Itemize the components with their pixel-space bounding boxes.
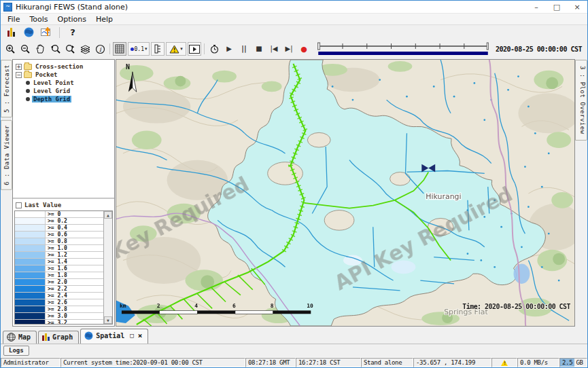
menu-file[interactable]: File [3, 14, 24, 24]
pause-button[interactable]: || [237, 42, 251, 56]
pause-glyph: || [241, 45, 246, 52]
menu-options[interactable]: Options [53, 14, 91, 24]
menu-tools[interactable]: Tools [24, 14, 52, 24]
legend-row[interactable]: >= 1.4 [15, 259, 103, 265]
pan-icon[interactable] [33, 42, 47, 56]
timeline-span-bar [318, 52, 488, 55]
tab-map[interactable]: Map [3, 331, 37, 344]
info-icon[interactable]: i [93, 42, 107, 56]
timeline-handle[interactable] [317, 43, 319, 50]
tab-close-icon[interactable]: × [138, 331, 143, 340]
reports-icon[interactable] [5, 26, 17, 39]
tab-graph[interactable]: Graph [38, 331, 79, 344]
legend-row[interactable]: >= 2.2 [15, 286, 103, 293]
minimize-button[interactable]: – [526, 1, 547, 13]
tree-node-level-point[interactable]: Level Point [25, 79, 113, 87]
legend-rows: >= 0>= 0.2>= 0.4>= 0.6>= 0.8>= 1.0>= 1.2… [15, 211, 103, 324]
right-tab-strip: 3 : Plot Overview [575, 58, 587, 327]
legend-row[interactable]: >= 0 [15, 211, 103, 218]
legend-row-label: >= 0.8 [46, 238, 103, 244]
scroll-up-icon[interactable]: ▲ [104, 211, 112, 219]
svg-text:6: 6 [232, 303, 236, 309]
legend-row[interactable]: >= 2.4 [15, 293, 103, 299]
window-controls: – □ × [526, 1, 587, 13]
stop-button[interactable]: ■ [252, 42, 266, 56]
legend-row[interactable]: >= 1.6 [15, 265, 103, 272]
status-warning[interactable] [491, 358, 517, 367]
tree-node-depth-grid[interactable]: Depth Grid [25, 95, 113, 103]
movie-player-icon[interactable] [188, 42, 201, 56]
legend-row[interactable]: >= 3.2 [15, 320, 103, 324]
zoom-next-icon[interactable] [63, 42, 77, 56]
tree-node-pocket[interactable]: − Pocket [16, 71, 113, 79]
globe-glyph [24, 27, 34, 37]
legend-row[interactable]: >= 0.8 [15, 238, 103, 245]
legend-row[interactable]: >= 2.0 [15, 279, 103, 286]
legend-row[interactable]: >= 1.0 [15, 245, 103, 252]
legend-row[interactable]: >= 2.6 [15, 299, 103, 306]
svg-text:8: 8 [271, 303, 274, 309]
help-icon[interactable]: ? [67, 26, 79, 39]
legend-row-label: >= 2.0 [46, 279, 103, 285]
last-value-checkbox[interactable] [16, 202, 22, 208]
map-canvas[interactable]: API Key Required API Key Required Hikura… [116, 60, 574, 326]
spatial-globe-icon [84, 331, 93, 340]
zoom-out-icon[interactable] [18, 42, 32, 56]
main-toolbar: ? [1, 24, 587, 39]
left-panel: + Cross-section − Pocket Level Point [12, 59, 115, 327]
app-window: ~ Hikurangi FEWS (Stand alone) – □ × Fil… [0, 0, 588, 368]
tab-plot-overview[interactable]: 3 : Plot Overview [575, 60, 587, 141]
tree-node-label-selected[interactable]: Depth Grid [32, 96, 71, 103]
legend-row[interactable]: >= 1.2 [15, 252, 103, 259]
thresholds-warning-dropdown[interactable]: ! ▾ [166, 42, 186, 56]
map-viewport[interactable]: API Key Required API Key Required Hikura… [116, 59, 575, 327]
menu-help[interactable]: Help [91, 14, 118, 24]
timeline-slider[interactable] [316, 41, 490, 56]
zoom-previous-icon[interactable] [48, 42, 62, 56]
legend-row[interactable]: >= 3.0 [15, 313, 103, 320]
tree-node-label[interactable]: Cross-section [34, 63, 84, 70]
legend-color-swatch [15, 259, 46, 265]
tree-node-label[interactable]: Pocket [34, 71, 59, 78]
tab-spatial[interactable]: Spatial □ × [80, 329, 148, 344]
scroll-down-icon[interactable]: ▼ [104, 316, 112, 324]
tree-node-level-grid[interactable]: Level Grid [25, 87, 113, 95]
legend-color-swatch [15, 286, 46, 292]
legend-row[interactable]: >= 0.6 [15, 232, 103, 238]
collapse-icon[interactable]: − [16, 72, 22, 78]
grid-display-icon[interactable] [113, 42, 126, 56]
maximize-button[interactable]: □ [547, 1, 567, 13]
svg-text:4: 4 [194, 303, 198, 309]
timeseries-icon[interactable] [40, 26, 52, 39]
legend-row[interactable]: >= 2.8 [15, 306, 103, 313]
bullet-icon [26, 81, 30, 85]
play-button[interactable]: ▶ [222, 42, 236, 56]
title-bar[interactable]: ~ Hikurangi FEWS (Stand alone) – □ × [1, 1, 587, 13]
tab-data-viewer[interactable]: 6 : Data Viewer [1, 120, 12, 190]
legend-row[interactable]: >= 1.8 [15, 272, 103, 279]
legend-row-label: >= 3.2 [46, 320, 103, 324]
legend-row[interactable]: >= 0.2 [15, 218, 103, 225]
spatial-display-icon[interactable] [22, 26, 35, 39]
last-frame-button[interactable]: ▶| [282, 42, 296, 56]
record-button[interactable]: ● [297, 42, 311, 56]
expand-icon[interactable]: + [16, 64, 22, 70]
legend-row[interactable]: >= 0.4 [15, 225, 103, 232]
animation-timer-icon[interactable] [207, 42, 221, 56]
contour-threshold-dropdown[interactable]: 0.1 ▾ [128, 42, 150, 56]
bullet-icon [26, 89, 30, 93]
logs-button[interactable]: Logs [3, 346, 29, 356]
tab-maximize-icon[interactable]: □ [130, 332, 133, 339]
zoom-in-icon[interactable] [3, 42, 17, 56]
tree-node-label[interactable]: Level Point [32, 79, 75, 86]
legend-toggle-icon[interactable] [151, 42, 165, 56]
layers-icon[interactable] [78, 42, 92, 56]
legend-color-swatch [15, 320, 46, 324]
first-frame-button[interactable]: |◀ [267, 42, 281, 56]
legend-scrollbar[interactable]: ▲ ▼ [103, 211, 112, 324]
close-button[interactable]: × [567, 1, 587, 13]
tree-node-cross-section[interactable]: + Cross-section [16, 62, 113, 71]
tab-forecast[interactable]: 5 : Forecast [1, 60, 12, 117]
status-system-time: Current system time:2020-09-01 00:00 CST [60, 358, 245, 367]
tree-node-label[interactable]: Level Grid [32, 88, 71, 94]
